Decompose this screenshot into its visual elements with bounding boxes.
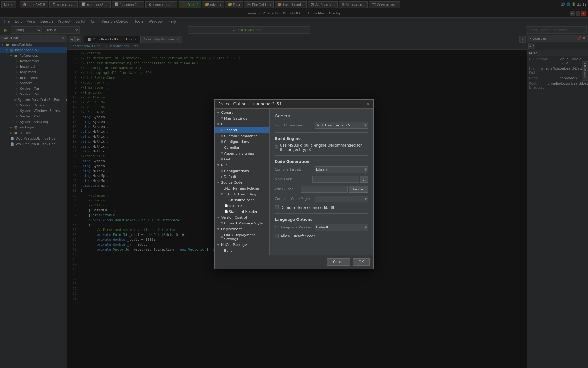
modal-title-text: Project Options – nanodoor2_51 — [218, 102, 282, 106]
modal-item-standard-header[interactable]: 📄 Standard Header — [215, 209, 270, 215]
modal-section-versioncontrol[interactable]: ▼ Version Control — [215, 215, 270, 220]
modal-gear-compiler: ⚙ — [221, 146, 223, 149]
modal-arrow-deployment: ▼ — [217, 228, 220, 231]
modal-right-panel: General Target framework: .NET Framework… — [270, 109, 373, 255]
csharp-language-value: Default — [316, 225, 328, 229]
modal-label-standard-header: Standard Header — [229, 210, 258, 214]
modal-item-configurations[interactable]: ☰ Configurations — [215, 139, 270, 145]
compile-target-dropdown[interactable]: Library ▼ — [315, 166, 368, 173]
modal-label-commit-message: Commit Message Style — [224, 221, 263, 225]
modal-item-code-formatting[interactable]: ▼ ☰ Code Formatting — [215, 191, 270, 197]
modal-section-build-label: Build — [221, 122, 230, 126]
modal-section-sourcecode[interactable]: ▼ Source Code — [215, 180, 270, 186]
modal-item-nuget-build[interactable]: ⚙ Build — [215, 248, 270, 254]
modal-item-run-configurations[interactable]: ⚙ Configurations — [215, 168, 270, 174]
allow-unsafe-label: Allow 'unsafe' code — [281, 234, 316, 238]
modal-close-icon[interactable]: ✕ — [366, 102, 370, 106]
compiler-code-page-row: Compiler Code Page: ▼ — [275, 196, 368, 202]
modal-icon-stdheader: 📄 — [224, 210, 228, 213]
modal-gear-nuget-build: ⚙ — [221, 249, 223, 252]
code-gen-heading: Code Generation — [275, 159, 368, 164]
modal-section-sourcecode-label: Source Code — [221, 181, 242, 185]
target-framework-dropdown[interactable]: .NET Framework 3.5 ▼ — [315, 122, 368, 129]
modal-item-text-file[interactable]: 📄 Text file — [215, 203, 270, 209]
modal-item-linux-deployment[interactable]: ⚙ Linux Deployment Settings — [215, 232, 270, 242]
modal-item-csharp-source[interactable]: ☰ C# source code — [215, 197, 270, 203]
do-not-reference-row: Do not reference mscorlib.dll — [275, 205, 368, 210]
win32-icon-input[interactable] — [301, 186, 348, 193]
modal-label-configurations: Configurations — [224, 140, 249, 144]
compiler-code-page-arrow: ▼ — [364, 197, 367, 201]
allow-unsafe-checkbox[interactable] — [275, 234, 279, 238]
modal-gear-run-configurations: ⚙ — [221, 169, 223, 172]
main-class-input[interactable] — [312, 176, 359, 183]
modal-section-build[interactable]: ▼ Build — [215, 121, 270, 127]
compile-target-label: Compile Target: — [275, 167, 315, 171]
ok-button[interactable]: OK — [353, 258, 370, 266]
modal-section-nuget[interactable]: ▼ NuGet Package — [215, 242, 270, 248]
divider-3 — [275, 213, 368, 214]
modal-play-default: ▶ — [221, 175, 223, 178]
modal-label-csharp-source: C# source code — [228, 198, 254, 202]
modal-title-bar: Project Options – nanodoor2_51 ✕ — [215, 100, 373, 109]
target-framework-arrow: ▼ — [364, 124, 367, 127]
do-not-reference-checkbox[interactable] — [275, 205, 279, 209]
modal-label-naming-policies: .NET Naming Policies — [224, 186, 260, 190]
modal-right-title: General — [275, 113, 368, 118]
modal-label-text-file: Text file — [229, 204, 242, 208]
modal-icon-textfile: 📄 — [224, 204, 228, 207]
win32-icon-browse[interactable]: Browse... — [349, 186, 368, 193]
modal-icon-csharp: ☰ — [224, 198, 227, 201]
modal-item-commit-message[interactable]: ⚙ Commit Message Style — [215, 220, 270, 226]
modal-item-assembly-signing[interactable]: ⚙ Assembly Signing — [215, 151, 270, 156]
modal-section-nuget-label: NuGet Package — [221, 243, 247, 247]
cancel-button[interactable]: Cancel — [327, 258, 350, 266]
modal-gear-assembly-signing: ⚙ — [221, 152, 223, 155]
language-options-heading: Language Options — [275, 217, 368, 222]
modal-arrow-nuget: ▼ — [217, 243, 220, 246]
csharp-language-label: C# Language Version: — [275, 225, 315, 229]
modal-gear-commit: ⚙ — [221, 222, 223, 225]
main-class-row: Main Class: ... — [275, 176, 368, 183]
modal-arrow-build-general: ▶ — [221, 128, 223, 132]
modal-gear-linux-deployment: ⚙ — [221, 236, 223, 239]
modal-section-deployment-label: Deployment — [221, 227, 242, 231]
modal-item-build-general[interactable]: ▶ General — [215, 127, 270, 133]
msbuild-checkbox-label: Use MSBuild build engine (recommended fo… — [280, 143, 369, 152]
modal-item-output[interactable]: ⚙ Output — [215, 156, 270, 162]
msbuild-checkbox-row: Use MSBuild build engine (recommended fo… — [275, 143, 368, 152]
modal-section-run[interactable]: ▼ Run — [215, 162, 270, 168]
modal-gear-custom-commands: ⚙ — [221, 134, 223, 137]
modal-item-naming-policies[interactable]: ☰ .NET Naming Policies — [215, 186, 270, 191]
csharp-language-dropdown[interactable]: Default ▼ — [315, 224, 368, 231]
csharp-language-arrow: ▼ — [364, 226, 367, 229]
modal-label-run-default: Default — [224, 175, 236, 179]
modal-gear-output: ⚙ — [221, 158, 223, 161]
modal-label-code-formatting: Code Formatting — [228, 192, 256, 196]
modal-section-general[interactable]: ▼ General — [215, 110, 270, 116]
compile-target-row: Compile Target: Library ▼ — [275, 166, 368, 173]
main-class-browse[interactable]: ... — [360, 176, 368, 183]
modal-left-panel: ▼ General ⚙ Main Settings ▼ Build ▶ Gene… — [215, 109, 270, 255]
modal-section-vc-label: Version Control — [221, 216, 247, 220]
compile-target-value: Library — [316, 167, 328, 171]
main-class-input-group: ... — [312, 176, 368, 183]
project-options-modal: Project Options – nanodoor2_51 ✕ ▼ Gener… — [214, 99, 374, 269]
modal-gear-configurations: ☰ — [221, 140, 223, 143]
modal-section-deployment[interactable]: ▼ Deployment — [215, 226, 270, 232]
main-class-label: Main Class: — [275, 177, 312, 181]
compiler-code-page-dropdown[interactable]: ▼ — [315, 196, 368, 202]
modal-item-run-default[interactable]: ▶ Default — [215, 174, 270, 180]
msbuild-checkbox[interactable] — [275, 145, 278, 149]
modal-label-compiler: Compiler — [224, 146, 239, 150]
modal-label-output: Output — [224, 157, 236, 161]
modal-label-main-settings: Main Settings — [224, 117, 247, 121]
compile-target-arrow: ▼ — [364, 168, 367, 171]
modal-label-run-configurations: Configurations — [224, 169, 249, 173]
modal-arrow-sourcecode: ▼ — [217, 181, 220, 184]
modal-item-custom-commands[interactable]: ⚙ Custom Commands — [215, 133, 270, 139]
modal-arrow-run: ▼ — [217, 163, 220, 167]
modal-item-main-settings[interactable]: ⚙ Main Settings — [215, 116, 270, 121]
modal-item-compiler[interactable]: ⚙ Compiler — [215, 145, 270, 151]
win32-icon-row: Win32 Icon: Browse... — [275, 186, 368, 193]
